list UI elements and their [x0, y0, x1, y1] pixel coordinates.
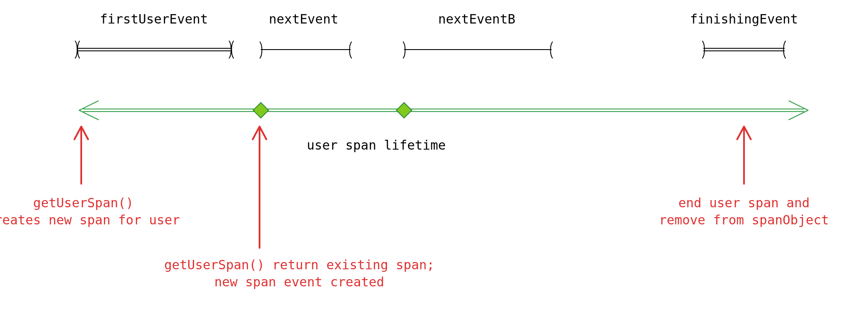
lifetime-label: user span lifetime	[307, 138, 446, 153]
label-first-user-event: firstUserEvent	[100, 12, 208, 27]
timeline-marker-2	[396, 103, 412, 118]
annotation-end-line2: remove from spanObject	[659, 212, 829, 227]
label-next-event-b: nextEventB	[438, 12, 516, 27]
annotation-create-span: getUserSpan() creates new span for user	[0, 127, 180, 227]
annotation-create-line1: getUserSpan()	[33, 195, 134, 210]
user-span-timeline	[79, 101, 808, 120]
annotation-end-line1: end user span and	[678, 195, 809, 210]
label-finishing-event: finishingEvent	[690, 12, 798, 27]
span-next-event	[260, 42, 351, 58]
timeline-marker-1	[253, 103, 269, 118]
span-first-user-event	[75, 41, 233, 58]
annotation-existing-line2: new span event created	[214, 274, 384, 289]
span-next-event-b	[403, 42, 552, 58]
annotation-end-span: end user span and remove from spanObject	[659, 127, 829, 227]
span-finishing-event	[703, 41, 785, 58]
annotation-create-line2: creates new span for user	[0, 212, 180, 227]
annotation-existing-line1: getUserSpan() return existing span;	[164, 257, 434, 272]
label-next-event: nextEvent	[269, 12, 339, 27]
span-lifetime-diagram: firstUserEvent nextEvent nextEventB fini…	[0, 0, 868, 321]
